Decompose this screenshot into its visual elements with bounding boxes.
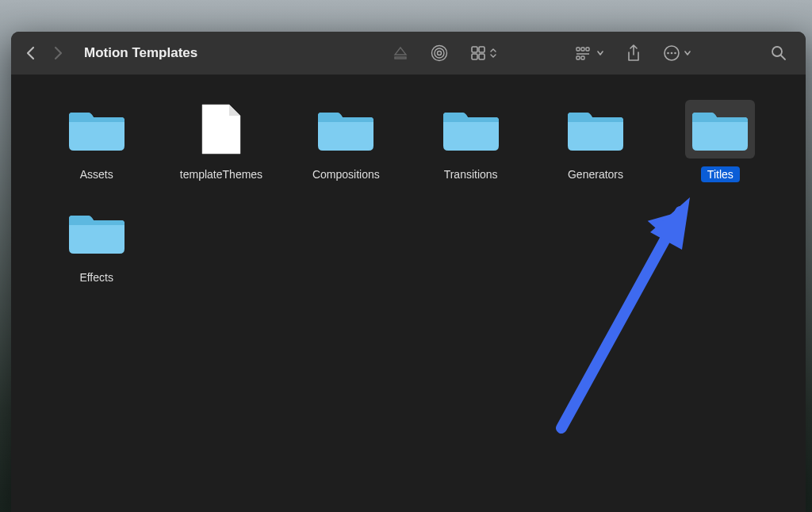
svg-rect-11 — [576, 56, 580, 59]
folder-icon — [436, 100, 506, 159]
view-icon-grid[interactable] — [470, 45, 497, 61]
folder-effects[interactable]: Effects — [41, 200, 151, 288]
folder-icon — [62, 203, 132, 262]
back-button[interactable] — [25, 46, 35, 60]
item-label: templateThemes — [174, 166, 269, 182]
svg-rect-8 — [581, 48, 584, 51]
file-icon — [186, 100, 256, 159]
svg-point-16 — [674, 52, 676, 55]
folder-icon — [561, 100, 630, 159]
folder-transitions[interactable]: Transitions — [416, 97, 526, 185]
item-label: Effects — [73, 269, 120, 285]
folder-icon — [311, 100, 381, 159]
item-label: Titles — [701, 166, 740, 182]
toolbar-right-group — [576, 44, 691, 62]
folder-assets[interactable]: Assets — [41, 97, 151, 185]
airdrop-icon[interactable] — [431, 44, 448, 62]
content-area: Assets templateThemes Compositions Trans… — [11, 75, 806, 512]
group-by-icon[interactable] — [576, 46, 604, 60]
svg-line-18 — [781, 55, 785, 59]
svg-point-1 — [435, 48, 444, 58]
svg-point-14 — [667, 52, 669, 55]
toolbar: Motion Templates — [11, 32, 806, 75]
svg-rect-5 — [472, 54, 477, 59]
folder-compositions[interactable]: Compositions — [291, 97, 401, 185]
file-templatethemes[interactable]: templateThemes — [166, 97, 276, 185]
item-label: Assets — [74, 166, 120, 182]
svg-rect-9 — [586, 48, 589, 51]
item-label: Generators — [561, 166, 630, 182]
forward-button[interactable] — [54, 46, 63, 60]
folder-generators[interactable]: Generators — [540, 97, 650, 185]
window-title: Motion Templates — [84, 45, 197, 61]
toolbar-center-group — [393, 44, 497, 62]
folder-icon — [685, 100, 755, 159]
finder-window: Motion Templates — [11, 32, 806, 512]
nav-buttons — [25, 46, 63, 60]
item-label: Compositions — [306, 166, 386, 182]
svg-point-15 — [671, 52, 673, 55]
folder-titles[interactable]: Titles — [665, 97, 776, 185]
search-icon[interactable] — [771, 45, 787, 61]
share-icon[interactable] — [626, 44, 641, 62]
eject-icon[interactable] — [393, 45, 408, 61]
svg-rect-7 — [576, 48, 580, 51]
svg-rect-3 — [472, 47, 477, 52]
svg-point-0 — [438, 52, 442, 55]
folder-icon — [62, 100, 132, 159]
svg-rect-6 — [479, 54, 485, 59]
svg-rect-12 — [581, 56, 584, 59]
item-label: Transitions — [438, 166, 504, 182]
more-icon[interactable] — [663, 44, 691, 62]
svg-rect-4 — [479, 47, 485, 52]
svg-point-17 — [772, 47, 782, 56]
icon-grid: Assets templateThemes Compositions Trans… — [41, 97, 776, 288]
